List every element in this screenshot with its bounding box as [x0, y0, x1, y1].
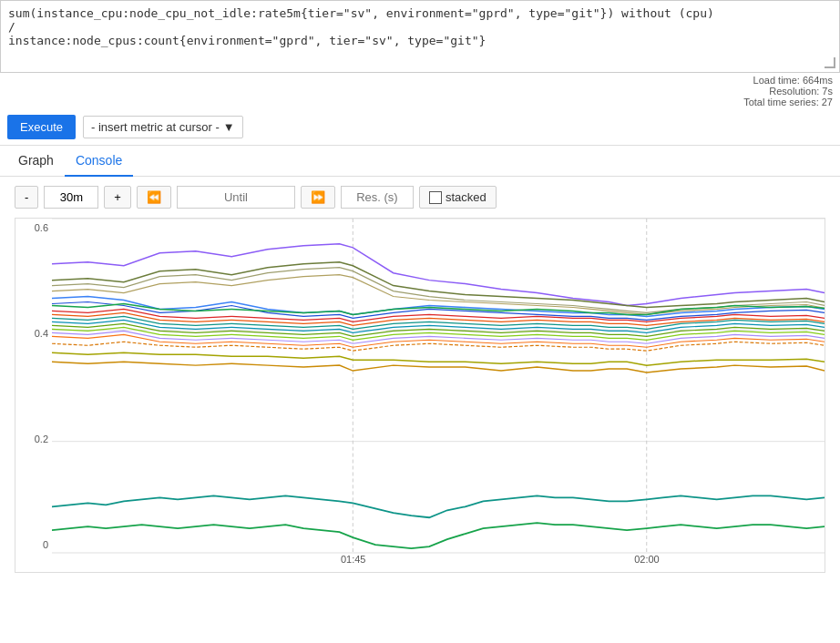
x-label-0200: 02:00: [634, 554, 660, 565]
res-input[interactable]: [341, 186, 414, 209]
stacked-checkbox-icon: [429, 191, 442, 204]
chart-container: 0.6 0.4 0.2 0: [15, 218, 825, 573]
load-time: Load time: 664ms: [753, 75, 833, 86]
chart-area: [52, 219, 825, 554]
y-label-06: 0.6: [15, 222, 48, 233]
x-axis: 01:45 02:00: [52, 554, 825, 572]
tabs: Graph Console: [0, 146, 840, 177]
minus-button[interactable]: -: [15, 186, 38, 209]
rewind-button[interactable]: ⏪: [137, 186, 171, 209]
query-line3: instance:node_cpus:count{environment="gp…: [8, 34, 832, 47]
resolution: Resolution: 7s: [769, 86, 833, 97]
total-time-series: Total time series: 27: [743, 97, 833, 107]
stats-bar: Load time: 664ms Resolution: 7s Total ti…: [0, 73, 840, 109]
until-input[interactable]: [177, 186, 295, 209]
tab-graph[interactable]: Graph: [7, 146, 65, 177]
chevron-down-icon: ▼: [223, 120, 235, 134]
query-line2: /: [8, 20, 832, 34]
insert-metric-label: - insert metric at cursor -: [91, 120, 220, 134]
plus-button[interactable]: +: [104, 186, 131, 209]
y-label-02: 0.2: [15, 434, 48, 444]
x-label-0145: 01:45: [341, 554, 366, 565]
toolbar: Execute - insert metric at cursor - ▼: [0, 109, 840, 146]
y-label-0: 0: [15, 539, 48, 550]
insert-metric-dropdown[interactable]: - insert metric at cursor - ▼: [83, 116, 243, 138]
graph-controls: - + ⏪ ⏩ stacked: [0, 177, 840, 218]
tab-console[interactable]: Console: [65, 146, 133, 177]
query-line1: sum(instance_cpu:node_cpu_not_idle:rate5…: [8, 6, 832, 20]
stacked-toggle[interactable]: stacked: [419, 186, 497, 209]
range-input[interactable]: [44, 186, 98, 209]
stacked-label-text: stacked: [446, 190, 487, 204]
forward-button[interactable]: ⏩: [301, 186, 335, 209]
y-axis: 0.6 0.4 0.2 0: [15, 219, 52, 554]
y-label-04: 0.4: [15, 328, 48, 339]
query-area[interactable]: sum(instance_cpu:node_cpu_not_idle:rate5…: [0, 0, 840, 73]
execute-button[interactable]: Execute: [7, 115, 76, 139]
